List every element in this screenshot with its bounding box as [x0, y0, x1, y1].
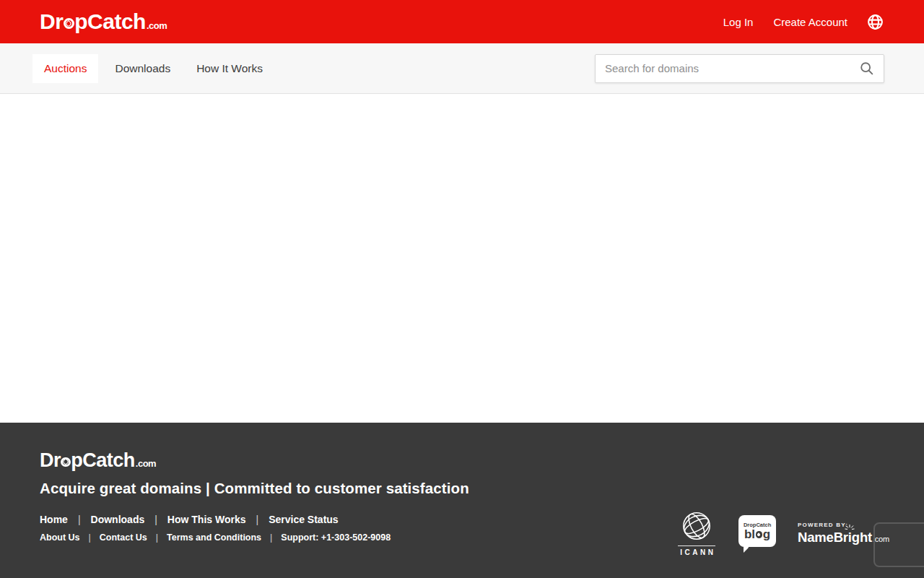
logo-tld: .com	[136, 458, 156, 469]
footer-support-phone[interactable]: Support: +1-303-502-9098	[281, 532, 391, 543]
footer-link-home[interactable]: Home	[40, 514, 68, 525]
tab-how-it-works[interactable]: How It Works	[187, 54, 272, 83]
dropcatch-logo[interactable]: DrpCatch.com	[40, 9, 167, 34]
tab-downloads[interactable]: Downloads	[105, 54, 180, 83]
separator: |	[256, 514, 259, 525]
search-icon	[859, 61, 875, 77]
footer: DrpCatch.com Acquire great domains | Com…	[0, 423, 924, 578]
drop-icon	[61, 457, 71, 467]
main-content	[0, 94, 924, 423]
footer-link-contact-us[interactable]: Contact Us	[100, 532, 147, 543]
icann-divider	[678, 545, 715, 546]
blog-label-pre: bl	[744, 528, 755, 540]
logo-text-suffix: pCatch	[71, 449, 135, 472]
footer-link-terms[interactable]: Terms and Conditions	[167, 532, 261, 543]
blog-label-post: g	[763, 528, 770, 540]
separator: |	[270, 532, 272, 543]
namebright-i: i	[848, 530, 852, 545]
separator: |	[78, 514, 81, 525]
log-in-link[interactable]: Log In	[723, 16, 754, 28]
drop-icon	[756, 531, 763, 538]
create-account-link[interactable]: Create Account	[773, 16, 847, 28]
footer-tagline: Acquire great domains | Committed to cus…	[40, 480, 884, 497]
secondary-navbar: Auctions Downloads How It Works	[0, 43, 924, 94]
footer-link-downloads[interactable]: Downloads	[91, 514, 145, 525]
top-header: DrpCatch.com Log In Create Account	[0, 0, 924, 43]
blog-label-text: blg	[744, 528, 770, 540]
tab-auctions[interactable]: Auctions	[32, 54, 98, 83]
namebright-post: ght	[852, 530, 872, 545]
icann-label: ICANN	[680, 548, 715, 556]
icann-logo[interactable]: ICANN	[676, 509, 717, 556]
separator: |	[156, 532, 158, 543]
logo-text-prefix: Dr	[40, 449, 61, 472]
domain-search	[595, 54, 884, 83]
search-input[interactable]	[595, 54, 884, 83]
logo-text-prefix: Dr	[40, 9, 63, 34]
logo-tld: .com	[147, 20, 167, 31]
namebright-pre: NameBr	[798, 530, 848, 545]
footer-link-how-this-works[interactable]: How This Works	[167, 514, 246, 525]
footer-dropcatch-logo[interactable]: DrpCatch.com	[40, 449, 884, 472]
partial-widget-box	[873, 522, 924, 567]
separator: |	[89, 532, 91, 543]
footer-partner-logos: ICANN DropCatch blg POWERED BY: NameBrig…	[676, 509, 889, 556]
globe-icon	[866, 13, 884, 31]
footer-link-about-us[interactable]: About Us	[40, 532, 80, 543]
footer-link-service-status[interactable]: Service Status	[269, 514, 339, 525]
language-globe-button[interactable]	[866, 13, 884, 31]
separator: |	[154, 514, 157, 525]
logo-text-suffix: pCatch	[74, 9, 146, 34]
sparkle-icon	[845, 525, 855, 530]
search-button[interactable]	[859, 61, 875, 77]
namebright-i-char: i	[848, 530, 852, 545]
drop-icon	[64, 18, 74, 29]
header-actions: Log In Create Account	[723, 13, 884, 31]
dropcatch-blog-logo[interactable]: DropCatch blg	[738, 515, 776, 547]
icann-globe-icon	[680, 509, 713, 543]
speech-bubble-icon: DropCatch blg	[738, 515, 776, 547]
